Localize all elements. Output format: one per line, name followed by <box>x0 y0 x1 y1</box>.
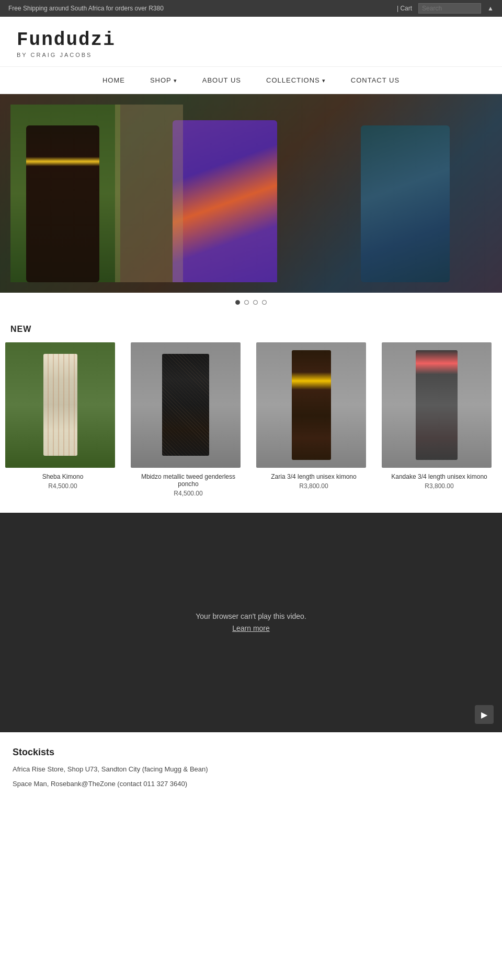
logo-text: Fundudzi <box>17 29 485 51</box>
main-nav: HOME SHOP ABOUT US COLLECTIONS CONTACT U… <box>0 67 502 94</box>
header: Fundudzi BY CRAIG JACOBS <box>0 17 502 67</box>
search-icon[interactable]: ▲ <box>487 5 494 12</box>
product-thumb-4 <box>382 342 492 468</box>
product-card-4[interactable]: Kandake 3/4 length unisex kimono R3,800.… <box>382 342 497 497</box>
video-cant-play: Your browser can't play this video. <box>196 612 306 620</box>
hero-slider <box>0 94 502 293</box>
product-price-1: R4,500.00 <box>5 482 120 490</box>
logo[interactable]: Fundudzi BY CRAIG JACOBS <box>17 29 485 58</box>
nav-contact[interactable]: CONTACT US <box>351 76 400 84</box>
products-grid: Sheba Kimono R4,500.00 Mbidzo metallic t… <box>0 342 502 513</box>
nav-shop[interactable]: SHOP <box>150 76 177 84</box>
shipping-notice: Free Shipping around South Africa for or… <box>8 5 164 12</box>
video-section: Your browser can't play this video. Lear… <box>0 513 502 732</box>
product-name-3: Zaria 3/4 length unisex kimono <box>256 473 371 480</box>
cart-label[interactable]: | Cart <box>397 5 412 12</box>
product-name-4: Kandake 3/4 length unisex kimono <box>382 473 497 480</box>
nav-home[interactable]: HOME <box>102 76 125 84</box>
product-name-1: Sheba Kimono <box>5 473 120 480</box>
top-bar-right: | Cart ▲ <box>397 3 494 14</box>
product-image-4 <box>382 342 492 468</box>
search-input[interactable] <box>418 3 481 14</box>
video-message: Your browser can't play this video. Lear… <box>196 612 306 633</box>
new-section: NEW Sheba Kimono R4,500.00 <box>0 312 502 513</box>
product-thumb-2 <box>131 342 241 468</box>
stockists-item-1: Africa Rise Store, Shop U73, Sandton Cit… <box>13 764 489 775</box>
top-bar: Free Shipping around South Africa for or… <box>0 0 502 17</box>
product-image-1 <box>5 342 115 468</box>
hero-dot-1[interactable] <box>235 300 240 305</box>
stockists-title: Stockists <box>13 747 489 758</box>
product-card-2[interactable]: Mbidzo metallic tweed genderless poncho … <box>131 342 246 497</box>
nav-collections[interactable]: COLLECTIONS <box>266 76 326 84</box>
product-name-2: Mbidzo metallic tweed genderless poncho <box>131 473 246 488</box>
hero-dot-2[interactable] <box>244 300 249 305</box>
stockists-section: Stockists Africa Rise Store, Shop U73, S… <box>0 732 502 814</box>
video-play-button[interactable]: ▶ <box>475 705 494 724</box>
video-learn-more[interactable]: Learn more <box>232 624 270 632</box>
product-card-3[interactable]: Zaria 3/4 length unisex kimono R3,800.00 <box>256 342 371 497</box>
logo-sub: BY CRAIG JACOBS <box>17 52 485 58</box>
product-price-2: R4,500.00 <box>131 490 246 497</box>
hero-image <box>0 94 502 293</box>
product-image-2 <box>131 342 241 468</box>
product-image-3 <box>256 342 366 468</box>
product-thumb-1 <box>5 342 115 468</box>
stockists-item-2: Space Man, Rosebank@TheZone (contact 011… <box>13 779 489 789</box>
hero-dots <box>0 293 502 312</box>
product-price-3: R3,800.00 <box>256 482 371 490</box>
product-card-1[interactable]: Sheba Kimono R4,500.00 <box>5 342 120 497</box>
product-thumb-3 <box>256 342 366 468</box>
hero-dot-4[interactable] <box>262 300 267 305</box>
hero-dot-3[interactable] <box>253 300 258 305</box>
section-title: NEW <box>0 312 502 342</box>
product-price-4: R3,800.00 <box>382 482 497 490</box>
nav-about[interactable]: ABOUT US <box>202 76 241 84</box>
